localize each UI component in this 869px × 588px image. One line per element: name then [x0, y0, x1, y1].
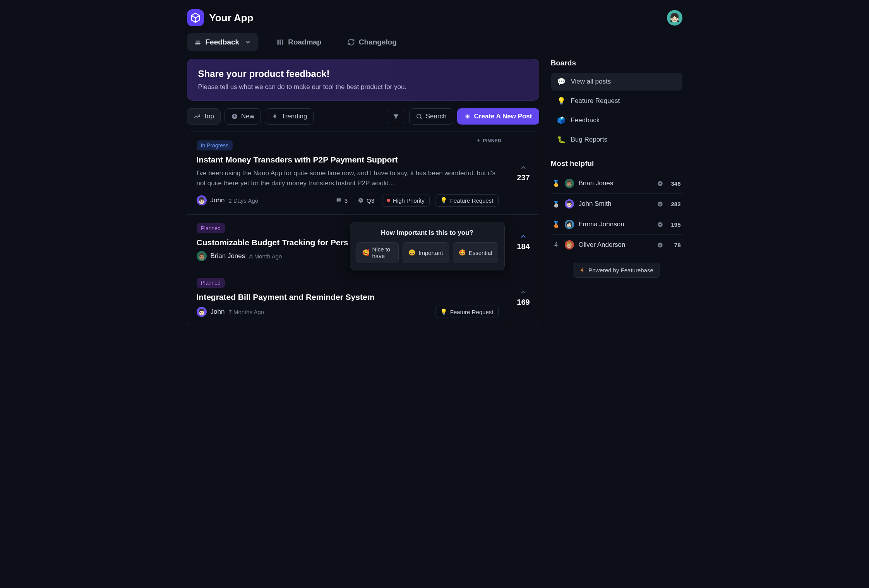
app-logo-icon [187, 9, 204, 26]
status-badge: Planned [197, 278, 225, 288]
medal-icon: 🥉 [552, 221, 560, 228]
importance-emoji-icon: 🥰 [362, 249, 370, 256]
chevron-down-icon [245, 39, 251, 45]
post-card[interactable]: Planned Customizable Budget Tracking for… [187, 215, 539, 269]
app-title: Your App [209, 12, 254, 24]
helpful-count: 195 [668, 221, 681, 228]
create-post-button[interactable]: Create A New Post [457, 108, 539, 125]
svg-rect-0 [195, 43, 200, 44]
feedback-banner: Share your product feedback! Please tell… [187, 59, 539, 101]
upvote-button[interactable]: 169 [508, 269, 539, 326]
helpful-avatar: 👨🏼 [565, 240, 574, 250]
board-item[interactable]: 🐛 Bug Reports [551, 131, 682, 149]
author-name: John [211, 197, 225, 204]
helpful-count: 282 [668, 201, 681, 207]
filter-trending-label: Trending [281, 113, 307, 120]
create-post-label: Create A New Post [474, 113, 532, 120]
nav-changelog[interactable]: Changelog [340, 33, 404, 51]
trending-up-icon [194, 113, 201, 120]
post-title: Integrated Bill Payment and Reminder Sys… [197, 292, 499, 302]
post-author: 👨🏻 John 7 Months Ago [197, 307, 264, 317]
upvote-count: 237 [517, 173, 530, 182]
nav-feedback-label: Feedback [206, 38, 240, 46]
filter-new-label: New [241, 113, 254, 120]
importance-option[interactable]: 🤩 Essential [453, 242, 498, 263]
importance-option-label: Important [418, 250, 443, 256]
helpful-heading: Most helpful [551, 159, 682, 168]
author-name: John [211, 308, 225, 316]
search-button[interactable]: Search [409, 108, 453, 125]
author-name: Brian Jones [211, 252, 245, 260]
pinned-badge: PINNED [476, 138, 501, 144]
chevron-up-icon [520, 164, 527, 171]
importance-option-label: Essential [469, 250, 492, 256]
board-label: Feature Request [571, 97, 620, 105]
board-item[interactable]: 💬 View all posts [551, 73, 682, 91]
category-tag: 💡 Feature Request [435, 306, 499, 318]
pin-icon [476, 138, 480, 143]
importance-title: How important is this to you? [357, 229, 498, 237]
boards-heading: Boards [551, 59, 682, 67]
check-badge-icon [657, 242, 663, 248]
category-tag: 💡 Feature Request [435, 194, 499, 207]
helpful-avatar: 👩🏻 [565, 220, 574, 229]
medal-icon: 🥇 [552, 180, 560, 187]
importance-option[interactable]: 🥰 Nice to have [357, 242, 399, 263]
filter-top[interactable]: Top [187, 108, 221, 125]
helpful-name: John Smith [579, 200, 653, 208]
priority-tag: High Priority [382, 195, 430, 207]
board-icon: 🗳️ [557, 116, 566, 125]
upvote-button[interactable]: 237 [508, 132, 539, 214]
post-time: 7 Months Ago [228, 309, 264, 315]
board-icon: 🐛 [557, 135, 566, 144]
author-avatar: 👨🏻 [197, 195, 207, 205]
helpful-item: 🥈 👨🏻 John Smith 282 [551, 194, 682, 214]
board-item[interactable]: 🗳️ Feedback [551, 111, 682, 129]
filter-trending[interactable]: Trending [265, 108, 314, 125]
banner-subtitle: Please tell us what we can do to make ou… [198, 83, 528, 91]
post-list: PINNED In Progress Instant Money Transde… [187, 132, 539, 326]
clock-icon [358, 197, 364, 203]
upvote-count: 184 [517, 242, 530, 251]
comment-icon [336, 197, 342, 203]
plus-circle-icon [464, 113, 471, 120]
post-card[interactable]: Planned Integrated Bill Payment and Remi… [187, 269, 539, 326]
helpful-item: 4 👨🏼 Oliver Anderson 78 [551, 235, 682, 255]
board-icon: 💡 [557, 97, 566, 105]
upvote-button[interactable]: 184 [508, 215, 539, 269]
helpful-avatar: 👨🏽 [565, 179, 574, 188]
priority-dot-icon [387, 199, 390, 202]
post-author: 👨🏻 John 2 Days Ago [197, 195, 259, 205]
nav-roadmap[interactable]: Roadmap [269, 33, 329, 51]
filter-new[interactable]: New [225, 108, 261, 125]
bulb-icon: 💡 [440, 197, 447, 204]
post-title: Instant Money Transders with P2P Payment… [197, 155, 499, 164]
filter-button[interactable] [387, 109, 405, 124]
nav-changelog-label: Changelog [359, 38, 397, 46]
helpful-avatar: 👨🏻 [565, 199, 574, 209]
post-card[interactable]: PINNED In Progress Instant Money Transde… [187, 132, 539, 215]
helpful-list: 🥇 👨🏽 Brian Jones 346🥈 👨🏻 John Smith 282🥉… [551, 173, 682, 255]
helpful-count: 78 [668, 242, 681, 248]
search-label: Search [426, 113, 447, 120]
board-icon: 💬 [557, 77, 566, 86]
bulb-icon: 💡 [440, 308, 447, 315]
helpful-name: Oliver Anderson [579, 241, 653, 249]
board-label: Bug Reports [571, 136, 608, 144]
importance-emoji-icon: 😃 [408, 249, 416, 256]
board-item[interactable]: 💡 Feature Request [551, 92, 682, 110]
helpful-name: Emma Johnson [579, 220, 653, 228]
nav-feedback[interactable]: Feedback [187, 33, 258, 51]
powered-by-link[interactable]: Powered by Featurebase [573, 263, 660, 278]
comment-count: 3 [333, 196, 350, 205]
post-excerpt: I've been using the Nano App for quite s… [197, 168, 499, 188]
importance-emoji-icon: 🤩 [459, 249, 466, 256]
user-avatar[interactable]: 👧🏻 [667, 10, 682, 26]
main-nav: Feedback Roadmap Changelog [187, 33, 682, 59]
pinned-label: PINNED [483, 138, 501, 144]
svg-rect-5 [282, 39, 283, 44]
bolt-icon [579, 267, 585, 273]
importance-option[interactable]: 😃 Important [403, 242, 449, 263]
clock-icon [231, 113, 238, 120]
stack-icon [194, 38, 202, 46]
